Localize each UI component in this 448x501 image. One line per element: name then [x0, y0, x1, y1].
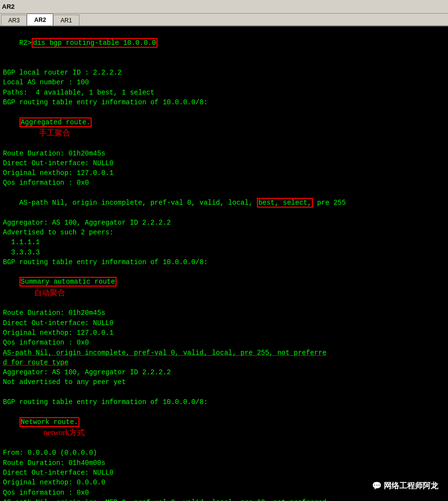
line-out2: Direct Out-interface: NULL0 — [3, 318, 445, 328]
line-qos2: Qos information : 0x0 — [3, 338, 445, 347]
annotation-zidongheju: 自动聚合 — [34, 289, 65, 297]
line-paths: Paths: 4 available, 1 best, 1 select — [3, 88, 445, 97]
tab-ar1[interactable]: AR1 — [53, 15, 79, 25]
line-from3: From: 0.0.0.0 (0.0.0.0) — [3, 448, 445, 458]
cmd-line: R2>dis bgp routing-table 10.0.0.0 — [3, 28, 445, 58]
line-aspath2b: d for route type — [3, 358, 445, 367]
line-nexthop1: Original nexthop: 127.0.0.1 — [3, 168, 445, 178]
line-nexthop2: Original nexthop: 127.0.0.1 — [3, 328, 445, 338]
line-duration3: Route Duration: 01h40m00s — [3, 458, 445, 468]
line-entry3: BGP routing table entry information of 1… — [3, 397, 445, 407]
blank — [3, 58, 445, 68]
tab-bar: AR3 AR2 AR1 — [0, 14, 448, 26]
line-aspath1: AS-path Nil, origin incomplete, pref-val… — [3, 188, 445, 218]
line-router-id: BGP local router ID : 2.2.2.2 — [3, 68, 445, 77]
line-local-as: Local AS number : 100 — [3, 77, 445, 87]
tab-ar3[interactable]: AR3 — [1, 15, 27, 25]
cmd-box: dis bgp routing-table 10.0.0.0 — [32, 38, 157, 48]
line-aggregator2: Aggregator: AS 100, Aggregator ID 2.2.2.… — [3, 367, 445, 377]
watermark-text: 网络工程师阿龙 — [384, 482, 438, 490]
line-notadv2: Not advertised to any peer yet — [3, 377, 445, 387]
terminal: R2>dis bgp routing-table 10.0.0.0 BGP lo… — [0, 26, 448, 501]
line-qos1: Qos information : 0x0 — [3, 178, 445, 188]
line-entry2: BGP routing table entry information of 1… — [3, 257, 445, 267]
line-aggregated: Aggregated route. 手工聚合 — [3, 107, 445, 148]
title-bar-text: AR2 — [2, 3, 15, 10]
line-out3: Direct Out-interface: NULL0 — [3, 468, 445, 478]
wechat-icon: 💬 — [372, 482, 382, 490]
line-summary: Summary automatic route 自动聚合 — [3, 267, 445, 308]
line-peer1: 1.1.1.1 — [3, 237, 445, 247]
line-duration1: Route Duration: 01h20m45s — [3, 149, 445, 158]
annotation-network: network方式 — [44, 428, 85, 437]
line-entry1: BGP routing table entry information of 1… — [3, 97, 445, 107]
line-out1: Direct Out-interface: NULL0 — [3, 158, 445, 168]
watermark: 💬 网络工程师阿龙 — [372, 481, 438, 491]
line-network: Network route. network方式 — [3, 407, 445, 448]
line-peer2: 3.3.3.3 — [3, 248, 445, 257]
annotation-shujuheju: 手工聚合 — [39, 129, 70, 137]
title-bar: AR2 — [0, 0, 448, 14]
line-aspath2: AS-path Nil, origin incomplete, pref-val… — [3, 348, 445, 358]
line-duration2: Route Duration: 01h20m45s — [3, 308, 445, 318]
tab-ar2[interactable]: AR2 — [27, 14, 53, 25]
line-aggregator1: Aggregator: AS 100, Aggregator ID 2.2.2.… — [3, 218, 445, 228]
line-advertised1: Advertised to such 2 peers: — [3, 228, 445, 237]
blank2 — [3, 387, 445, 397]
line-aspath3: AS-path Nil, origin igp, MED 0, pref-val… — [3, 498, 445, 501]
